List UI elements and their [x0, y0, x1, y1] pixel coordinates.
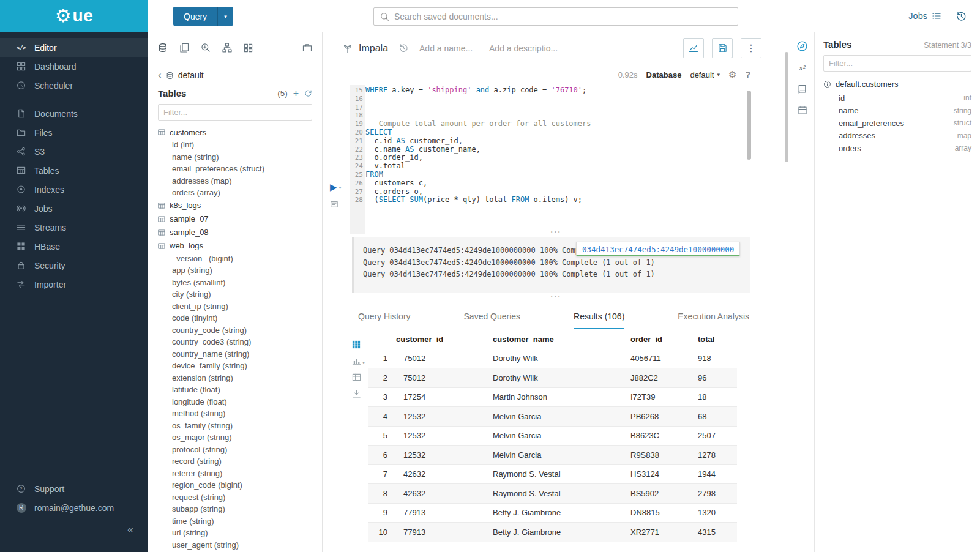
- assist-table-customers[interactable]: customers: [158, 125, 312, 139]
- result-row[interactable]: 1077913Betty J. GiambroneXR27714315: [368, 523, 737, 542]
- assist-table-sample-07[interactable]: sample_07: [158, 212, 312, 226]
- assist-column[interactable]: device_family (string): [158, 360, 312, 372]
- save-button[interactable]: [712, 38, 733, 58]
- assist-column[interactable]: user_agent (string): [158, 539, 312, 551]
- more-options-button[interactable]: ⋮: [741, 38, 761, 58]
- assist-column-row[interactable]: email_preferencesstruct: [823, 117, 971, 130]
- result-row[interactable]: 175012Dorothy Wilk4056711918: [368, 349, 737, 368]
- assist-column[interactable]: request (string): [158, 491, 312, 504]
- pivot-view-button[interactable]: [352, 373, 365, 382]
- assist-column[interactable]: country_code3 (string): [158, 336, 312, 348]
- code-editor[interactable]: ▶ ▾ 1516171819202122232425262728 WHERE a…: [323, 85, 790, 234]
- assist-table-web-logs[interactable]: web_logs: [158, 239, 312, 253]
- assist-column[interactable]: extension (string): [158, 372, 312, 384]
- assist-column[interactable]: bytes (smallint): [158, 277, 312, 289]
- query-log-panel[interactable]: Query 034d413ec7474ed5:4249de1000000000 …: [352, 237, 750, 293]
- sidebar-item-importer[interactable]: Importer: [0, 275, 148, 294]
- sidebar-item-documents[interactable]: Documents: [0, 104, 148, 123]
- database-selector[interactable]: default ▾: [690, 70, 720, 80]
- code-line[interactable]: [365, 103, 771, 112]
- query-history-icon[interactable]: [956, 11, 967, 21]
- code-line[interactable]: customers c,: [365, 179, 771, 188]
- database-breadcrumb[interactable]: ‹ default: [158, 70, 312, 80]
- column-header-customer-id[interactable]: customer_id: [396, 330, 493, 349]
- assist-column[interactable]: city (string): [158, 288, 312, 300]
- grid-view-button[interactable]: [352, 340, 365, 349]
- functions-icon[interactable]: x²: [799, 63, 805, 73]
- documents-icon[interactable]: [179, 43, 189, 53]
- sidebar-item-security[interactable]: Security: [0, 256, 148, 275]
- assist-column[interactable]: latitude (float): [158, 384, 312, 396]
- result-row[interactable]: 842632Raymond S. VestalBS59022798: [368, 484, 737, 504]
- table-filter-input[interactable]: [158, 104, 312, 121]
- code-line[interactable]: [365, 95, 771, 103]
- sidebar-collapse-button[interactable]: «: [0, 517, 148, 536]
- column-header-total[interactable]: total: [698, 330, 737, 349]
- zoom-in-icon[interactable]: [201, 43, 211, 53]
- query-dropdown-caret[interactable]: ▾: [217, 7, 233, 26]
- sidebar-item-streams[interactable]: Streams: [0, 218, 148, 237]
- sidebar-item-indexes[interactable]: Indexes: [0, 180, 148, 199]
- assist-column[interactable]: subapp (string): [158, 503, 312, 515]
- assist-column[interactable]: time (string): [158, 515, 312, 528]
- assist-column[interactable]: referer (string): [158, 468, 312, 480]
- resize-handle[interactable]: [323, 229, 790, 235]
- assist-column[interactable]: id (int): [158, 139, 312, 151]
- assist-table-sample-08[interactable]: sample_08: [158, 226, 312, 239]
- briefcase-icon[interactable]: [302, 43, 312, 53]
- assist-column[interactable]: orders (array): [158, 187, 312, 199]
- history-icon[interactable]: [399, 43, 408, 53]
- assist-column[interactable]: name (string): [158, 151, 312, 163]
- assist-column[interactable]: method (string): [158, 408, 312, 420]
- search-input[interactable]: [394, 12, 731, 21]
- assist-column[interactable]: record (string): [158, 455, 312, 468]
- result-row[interactable]: 412532Melvin GarciaPB626868: [368, 407, 737, 427]
- assist-column[interactable]: country_code (string): [158, 324, 312, 337]
- chart-view-button[interactable]: ▾: [352, 356, 365, 365]
- result-row[interactable]: 612532Melvin GarciaR9S8381278: [368, 446, 737, 465]
- assist-column[interactable]: app (string): [158, 264, 312, 277]
- code-line[interactable]: (SELECT SUM(price * qty) total FROM o.it…: [365, 196, 771, 204]
- chevron-left-icon[interactable]: ‹: [158, 71, 162, 80]
- query-description-input[interactable]: [489, 43, 558, 53]
- query-name-input[interactable]: [419, 43, 478, 53]
- code-line[interactable]: [365, 111, 771, 120]
- info-icon[interactable]: [823, 80, 831, 88]
- assist-column-row[interactable]: addressesmap: [823, 130, 971, 143]
- chart-button[interactable]: [683, 38, 704, 58]
- column-header-order-id[interactable]: order_id: [630, 330, 698, 349]
- sidebar-item-jobs[interactable]: Jobs: [0, 199, 148, 218]
- sitemap-icon[interactable]: [222, 43, 232, 53]
- resize-handle[interactable]: [323, 294, 790, 300]
- code-line[interactable]: WHERE a.key = 'shipping' and a.zip_code …: [365, 86, 771, 95]
- sidebar-item-scheduler[interactable]: Scheduler: [0, 76, 148, 95]
- code-line[interactable]: v.total: [365, 162, 771, 171]
- assist-column[interactable]: client_ip (string): [158, 300, 312, 313]
- result-row[interactable]: 275012Dorothy WilkJ882C296: [368, 368, 737, 388]
- sidebar-item-dashboard[interactable]: Dashboard: [0, 57, 148, 76]
- assist-column[interactable]: code (tinyint): [158, 312, 312, 324]
- settings-gear-icon[interactable]: ⚙: [728, 69, 736, 80]
- help-icon[interactable]: ?: [745, 70, 750, 80]
- tab-execution-analysis[interactable]: Execution Analysis: [678, 305, 749, 329]
- sidebar-item-romain-gethue-com[interactable]: Rromain@gethue.com: [0, 498, 148, 517]
- jobs-link[interactable]: Jobs: [908, 11, 941, 21]
- assist-column[interactable]: protocol (string): [158, 444, 312, 456]
- code-line[interactable]: o.order_id,: [365, 154, 771, 162]
- statement-options-icon[interactable]: [330, 200, 339, 209]
- assist-column-row[interactable]: idint: [823, 92, 971, 105]
- result-row[interactable]: 317254Martin JohnsonI72T3918: [368, 387, 737, 407]
- tab-query-history[interactable]: Query History: [358, 305, 411, 329]
- editor-scrollbar[interactable]: [747, 91, 751, 160]
- sidebar-item-hbase[interactable]: HBase: [0, 237, 148, 256]
- code-line[interactable]: -- Compute total amount per order for al…: [365, 120, 771, 129]
- code-lines[interactable]: WHERE a.key = 'shipping' and a.zip_code …: [365, 86, 771, 204]
- result-row[interactable]: 977913Betty J. GiambroneDN88151320: [368, 503, 737, 523]
- assist-table-k8s-logs[interactable]: k8s_logs: [158, 199, 312, 212]
- assist-column[interactable]: addresses (map): [158, 175, 312, 187]
- execute-button[interactable]: ▶ ▾: [330, 182, 342, 193]
- code-line[interactable]: SELECT: [365, 129, 771, 137]
- query-button-label[interactable]: Query: [173, 7, 217, 26]
- assistant-icon[interactable]: [796, 40, 808, 52]
- assist-column[interactable]: _version_ (bigint): [158, 253, 312, 265]
